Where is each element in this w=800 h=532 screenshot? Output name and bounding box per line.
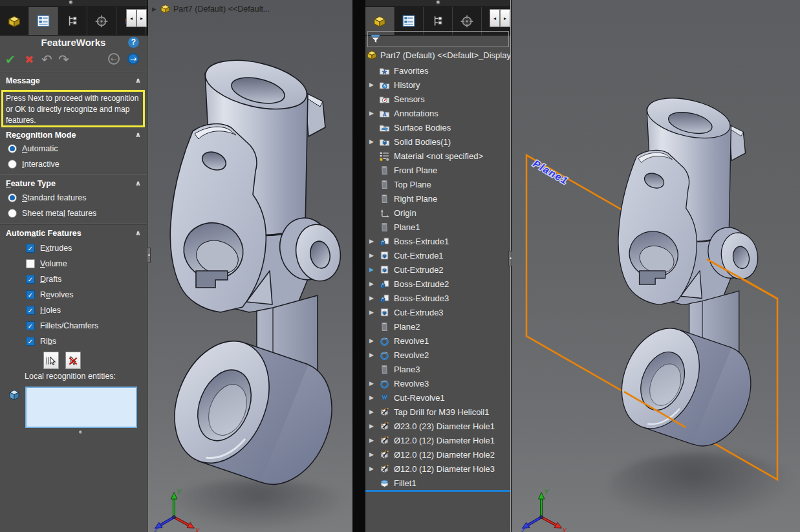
tab-scroll-left-icon[interactable]: ◂ [490, 9, 500, 27]
tree-item[interactable]: ▶Sensors [365, 92, 511, 106]
tab-scroll-right-icon[interactable]: ▸ [500, 9, 510, 27]
tree-root-item[interactable]: Part7 (Default) <<Default>_Display Sta [366, 48, 511, 62]
tree-item[interactable]: ▶History [365, 78, 511, 92]
help-icon[interactable]: ? [128, 37, 139, 48]
feature-checkbox[interactable]: Volume [0, 256, 147, 271]
expand-arrow-icon[interactable]: ▶ [369, 138, 379, 145]
right-splitter-handle[interactable] [508, 251, 512, 266]
expand-arrow-icon[interactable]: ▶ [369, 337, 379, 344]
left-splitter-handle[interactable] [147, 248, 151, 263]
ok-button[interactable]: ✔ [5, 52, 16, 67]
redo-icon[interactable]: ↷ [58, 52, 69, 67]
feature-checkbox[interactable]: Ribs [0, 334, 147, 349]
graphics-viewport-right[interactable]: Plane1 Y X Z [512, 0, 800, 532]
expand-arrow-icon[interactable]: ▶ [369, 423, 379, 429]
automatic-features-header[interactable]: Automatic Features ∧ [0, 229, 147, 238]
radio-option[interactable]: Standard features [0, 190, 147, 206]
expand-arrow-icon[interactable]: ▶ [369, 110, 379, 116]
tree-item[interactable]: ▶Cut-Extrude2 [365, 262, 511, 277]
collapse-chevron-icon[interactable]: ∧ [135, 229, 141, 238]
deselect-entities-button[interactable] [65, 352, 81, 369]
feature-checkbox[interactable]: Fillets/Chamfers [0, 318, 147, 334]
tree-item[interactable]: ▶Cut-Revolve1 [365, 390, 511, 405]
tree-item[interactable]: ▶Ø23.0 (23) Diameter Hole1 [365, 419, 511, 433]
panel-tab[interactable] [87, 7, 116, 35]
tree-item[interactable]: ▶Plane2 [365, 319, 511, 334]
listbox-resize-grip[interactable] [78, 430, 83, 434]
plane1-label[interactable]: Plane1 [532, 158, 571, 187]
undo-icon[interactable]: ↶ [41, 52, 52, 67]
left-panel-titlebar[interactable] [0, 0, 147, 7]
local-recognition-listbox[interactable] [25, 387, 137, 428]
recognition-mode-header[interactable]: Recognition Mode ∧ [0, 131, 147, 140]
tree-item[interactable]: ▶Cut-Extrude1 [365, 248, 511, 262]
tree-item[interactable]: ▶Fillet1 [365, 476, 511, 490]
expand-arrow-icon[interactable]: ▶ [369, 465, 379, 472]
tree-item[interactable]: ▶Ø12.0 (12) Diameter Hole2 [365, 447, 511, 462]
tree-item[interactable]: ▶Boss-Extrude3 [365, 291, 511, 305]
expand-arrow-icon[interactable]: ▶ [369, 309, 379, 315]
tree-item[interactable]: ▶Right Plane [365, 191, 511, 206]
back-button[interactable]: ← [108, 53, 120, 65]
graphics-viewport-left[interactable]: ▶ Part7 (Default) <<Default... Y X Z [148, 0, 352, 532]
tree-item[interactable]: ▶Plane3 [365, 362, 511, 376]
cancel-button[interactable]: ✖ [25, 53, 34, 66]
titlebar-grip[interactable] [436, 0, 440, 5]
tab-scroll-left-icon[interactable]: ◂ [126, 9, 136, 27]
expand-arrow-icon[interactable]: ▶ [369, 451, 379, 458]
expand-arrow-icon[interactable]: ▶ [369, 352, 379, 358]
titlebar-grip[interactable] [69, 0, 73, 5]
tree-item[interactable]: ▶Revolve3 [365, 376, 511, 390]
collapse-chevron-icon[interactable]: ∧ [135, 179, 141, 188]
tree-item[interactable]: ▶Annotations [365, 106, 511, 120]
tree-item[interactable]: ▶Cut-Extrude3 [365, 305, 511, 319]
tree-item[interactable]: ▶Revolve2 [365, 348, 511, 362]
radio-option[interactable]: Sheet metal features [0, 206, 147, 221]
tree-item[interactable]: ▶Plane1 [365, 220, 511, 234]
tree-item[interactable]: ▶Favorites [365, 63, 511, 78]
tree-item[interactable]: ▶Material <not specified> [365, 149, 511, 163]
expand-arrow-icon[interactable]: ▶ [369, 238, 379, 244]
expand-arrow-icon[interactable]: ▶ [369, 281, 379, 287]
tree-item[interactable]: ▶Ø12.0 (12) Diameter Hole1 [365, 433, 511, 447]
panel-tab[interactable] [0, 7, 29, 35]
tree-item[interactable]: ▶Boss-Extrude2 [365, 277, 511, 291]
tree-item[interactable]: ▶Tap Drill for M39 Helicoil1 [365, 405, 511, 419]
tree-item[interactable]: ▶Surface Bodies [365, 120, 511, 134]
panel-tab[interactable] [58, 7, 87, 35]
radio-option[interactable]: Automatic [0, 141, 147, 156]
expand-arrow-icon[interactable]: ▶ [369, 266, 379, 273]
tab-scroll-right-icon[interactable]: ▸ [136, 9, 147, 27]
panel-tab[interactable] [29, 7, 58, 35]
right-panel-titlebar[interactable] [365, 0, 511, 7]
feature-checkbox[interactable]: Extrudes [0, 240, 147, 256]
tree-item[interactable]: ▶Boss-Extrude1 [365, 234, 511, 248]
expand-arrow-icon[interactable]: ▶ [369, 380, 379, 387]
collapse-chevron-icon[interactable]: ∧ [135, 76, 141, 85]
tree-item[interactable]: ▶Top Plane [365, 177, 511, 191]
expand-arrow-icon[interactable]: ▶ [369, 295, 379, 301]
collapse-chevron-icon[interactable]: ∧ [135, 131, 141, 140]
expand-arrow-icon[interactable]: ▶ [369, 394, 379, 401]
expand-arrow-icon[interactable]: ▶ [369, 409, 379, 415]
expand-arrow-icon[interactable]: ▶ [369, 81, 379, 88]
tree-item[interactable]: ▶Front Plane [365, 163, 511, 177]
tree-item[interactable]: ▶Solid Bodies(1) [365, 134, 511, 149]
expand-arrow-icon[interactable]: ▶ [369, 252, 379, 259]
expand-arrow-icon[interactable]: ▶ [369, 437, 379, 443]
radio-option[interactable]: Interactive [0, 156, 147, 172]
message-section-header[interactable]: Message ∧ [0, 76, 147, 85]
feature-type-header[interactable]: Feature Type ∧ [0, 179, 147, 188]
part-model[interactable] [148, 0, 352, 532]
tree-item[interactable]: ▶Revolve1 [365, 334, 511, 348]
feature-checkbox[interactable]: Revolves [0, 287, 147, 303]
tree-filter-input[interactable] [367, 31, 509, 47]
tree-item[interactable]: ▶Origin [365, 206, 511, 220]
feature-checkbox[interactable]: Holes [0, 303, 147, 318]
select-entities-button[interactable] [43, 352, 59, 369]
part-model-with-plane[interactable]: Plane1 [512, 0, 800, 532]
next-button[interactable]: → [127, 53, 139, 65]
feature-checkbox[interactable]: Drafts [0, 271, 147, 287]
tree-item[interactable]: ▶Ø12.0 (12) Diameter Hole3 [365, 462, 511, 476]
rollback-bar[interactable] [365, 490, 511, 492]
